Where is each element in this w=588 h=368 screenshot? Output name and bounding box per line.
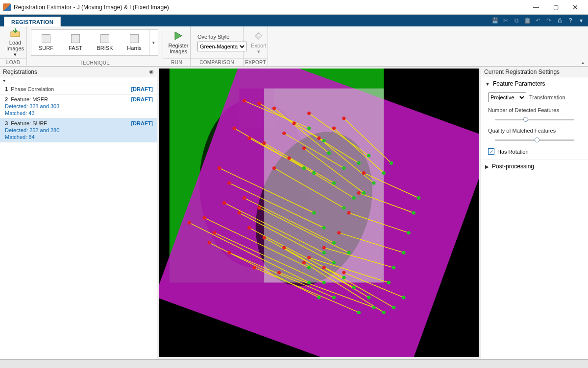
svg-point-72	[347, 251, 350, 254]
overlay-style-label: Overlay Style	[197, 34, 246, 40]
fast-icon	[71, 34, 80, 43]
svg-point-92	[412, 211, 416, 214]
technique-surf[interactable]: SURF	[31, 30, 61, 55]
registration-item[interactable]: 2Feature: MSER[DRAFT]Detected: 328 and 3…	[0, 94, 157, 118]
register-images-label: Register Images	[169, 43, 189, 54]
cut-icon[interactable]: ✂	[502, 17, 510, 24]
svg-point-105	[317, 137, 320, 140]
svg-point-54	[302, 166, 306, 170]
svg-point-115	[282, 246, 286, 250]
tab-registration[interactable]: REGISTRATION	[4, 17, 61, 26]
svg-point-99	[272, 166, 276, 170]
svg-point-74	[307, 266, 311, 269]
svg-point-102	[352, 196, 356, 200]
svg-point-67	[227, 181, 231, 184]
registrations-header: Registrations ◉	[0, 67, 157, 77]
svg-point-124	[322, 251, 326, 254]
options-icon[interactable]: ▾	[577, 17, 585, 24]
svg-point-65	[218, 166, 221, 170]
group-technique: SURF FAST BRISK Harris ▾ TECHNIQUE	[27, 26, 163, 66]
panel-menu-icon[interactable]: ◉	[149, 69, 154, 75]
registration-item[interactable]: 1Phase Correlation[DRAFT]	[0, 84, 157, 94]
svg-point-59	[282, 132, 286, 135]
group-comparison-label: COMPARISON	[191, 58, 243, 66]
feature-params-header[interactable]: ▼ Feature Parameters	[481, 77, 588, 91]
group-load-label: LOAD	[0, 58, 26, 66]
registrations-list: 1Phase Correlation[DRAFT]2Feature: MSER[…	[0, 84, 157, 359]
copy-icon[interactable]: ⧉	[513, 17, 520, 24]
collapse-toolstrip-icon[interactable]: ▴	[582, 60, 584, 65]
svg-point-78	[332, 296, 336, 299]
technique-harris[interactable]: Harris	[120, 30, 149, 55]
load-images-button[interactable]: Load Images ▾	[3, 28, 27, 57]
redo-icon[interactable]: ↷	[545, 17, 553, 24]
svg-point-116	[367, 296, 370, 299]
group-load: Load Images ▾ LOAD	[0, 26, 27, 66]
register-images-button[interactable]: Register Images	[166, 28, 191, 57]
svg-point-106	[372, 181, 375, 184]
svg-point-126	[332, 261, 336, 264]
svg-point-101	[287, 157, 291, 160]
svg-point-114	[352, 286, 356, 289]
help-icon[interactable]: ?	[566, 17, 574, 24]
tabstrip: REGISTRATION 💾 ✂ ⧉ 📋 ↶ ↷ ⎙ ? ▾	[0, 15, 588, 26]
load-images-label: Load Images ▾	[6, 40, 24, 57]
registrations-panel: Registrations ◉ ▾ 1Phase Correlation[DRA…	[0, 67, 157, 359]
technique-brisk[interactable]: BRISK	[90, 30, 120, 55]
paste-icon[interactable]: 📋	[523, 17, 531, 24]
group-export-label: EXPORT	[244, 58, 268, 66]
minimize-button[interactable]: —	[526, 0, 546, 15]
matlab-icon	[3, 3, 11, 11]
svg-point-51	[272, 107, 276, 110]
post-processing-header[interactable]: ▶ Post-processing	[481, 160, 588, 173]
registrations-subheader[interactable]: ▾	[0, 77, 157, 84]
svg-point-49	[257, 102, 261, 105]
svg-point-107	[332, 127, 336, 130]
svg-point-82	[372, 306, 375, 309]
image-canvas[interactable]	[159, 69, 479, 357]
svg-point-75	[213, 231, 216, 234]
svg-point-63	[307, 112, 311, 115]
print-icon[interactable]: ⎙	[556, 17, 564, 24]
svg-point-113	[263, 236, 266, 239]
feature-params-label: Feature Parameters	[493, 80, 545, 87]
svg-point-87	[337, 231, 341, 234]
run-icon	[173, 30, 184, 41]
export-button[interactable]: Export▾	[246, 28, 271, 57]
svg-point-86	[392, 266, 395, 269]
post-processing-label: Post-processing	[492, 163, 534, 170]
svg-point-97	[188, 221, 191, 225]
quick-access-toolbar: 💾 ✂ ⧉ 📋 ↶ ↷ ⎙ ? ▾	[491, 15, 585, 26]
brisk-icon	[100, 34, 109, 43]
registrations-title: Registrations	[3, 69, 37, 75]
has-rotation-label: Has Rotation	[497, 149, 529, 155]
quality-matched-slider[interactable]	[495, 137, 574, 143]
technique-fast[interactable]: FAST	[61, 30, 90, 55]
harris-icon	[130, 34, 139, 43]
svg-point-73	[202, 216, 206, 220]
export-icon	[253, 30, 264, 41]
svg-point-89	[347, 211, 350, 214]
svg-point-48	[307, 127, 311, 130]
load-icon	[10, 27, 21, 38]
svg-point-109	[342, 116, 345, 120]
technique-dropdown[interactable]: ▾	[149, 30, 158, 55]
close-button[interactable]: ✕	[565, 0, 585, 15]
svg-point-61	[293, 121, 296, 125]
has-rotation-checkbox[interactable]: ✓	[488, 148, 494, 155]
svg-point-79	[252, 266, 256, 269]
titlebar: Registration Estimator - J (Moving Image…	[0, 0, 588, 15]
transformation-select[interactable]: Projective	[488, 92, 526, 102]
maximize-button[interactable]: ▢	[546, 0, 565, 15]
num-detected-label: Number of Detected Features	[488, 107, 559, 113]
svg-point-95	[208, 241, 211, 244]
overlay-style-select[interactable]: Green-Magenta	[197, 42, 246, 51]
undo-icon[interactable]: ↶	[534, 17, 542, 24]
svg-point-53	[233, 127, 236, 130]
svg-point-84	[387, 281, 391, 284]
svg-point-125	[238, 211, 241, 214]
registration-item[interactable]: 3Feature: SURF[DRAFT]Detected: 252 and 2…	[0, 118, 157, 142]
save-icon[interactable]: 💾	[491, 17, 499, 24]
group-technique-label: TECHNIQUE	[27, 59, 163, 67]
num-detected-slider[interactable]	[495, 116, 574, 123]
